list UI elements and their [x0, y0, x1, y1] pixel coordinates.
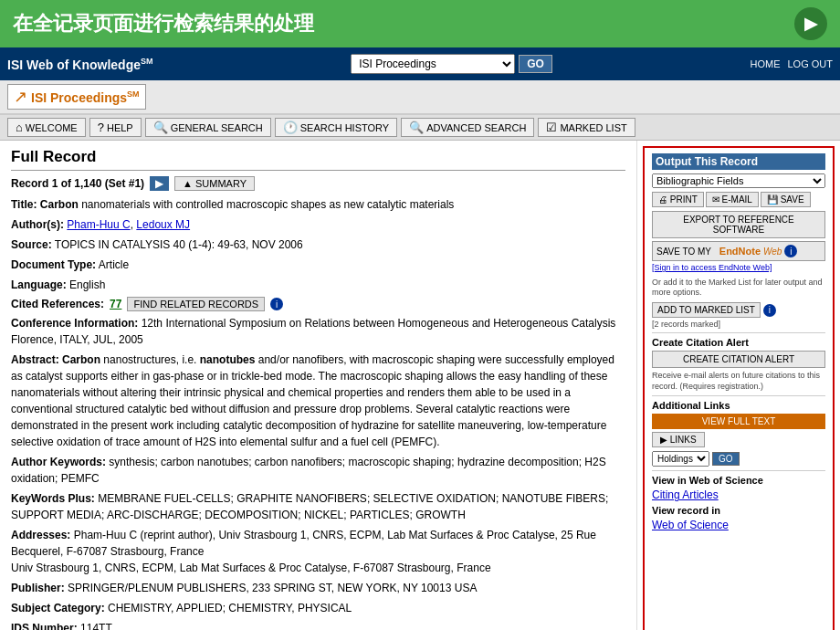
addresses-field: Addresses: Pham-Huu C (reprint author), … [11, 527, 625, 576]
save-button[interactable]: 💾 SAVE [761, 192, 811, 207]
full-record-heading: Full Record [11, 148, 625, 171]
welcome-icon: ⌂ [16, 121, 23, 134]
view-full-text-button[interactable]: VIEW FULL TEXT [652, 414, 825, 429]
header-right-links: HOME LOG OUT [750, 58, 833, 69]
nav-marked-list[interactable]: ☑ MARKED LIST [538, 118, 635, 137]
keywords-plus-field: KeyWords Plus: MEMBRANE FUEL-CELLS; GRAP… [11, 490, 625, 523]
holdings-select[interactable]: Holdings [652, 451, 709, 467]
right-panel: Output This Record Bibliographic Fields … [643, 146, 835, 630]
additional-links-section: Additional Links VIEW FULL TEXT ▶ LINKS … [652, 395, 825, 467]
cited-info-icon[interactable]: i [270, 298, 283, 310]
view-wos-section: View in Web of Science Citing Articles [652, 470, 825, 501]
content-area: Full Record Record 1 of 1,140 (Set #1) ▶… [0, 141, 840, 630]
endnote-signin-link: [Sign in to access EndNote Web] [652, 263, 825, 274]
authors-field: Author(s): Pham-Huu C, Ledoux MJ [11, 216, 625, 233]
advanced-search-icon: 🔍 [409, 121, 424, 134]
export-reference-button[interactable]: EXPORT TO REFERENCE SOFTWARE [652, 211, 825, 238]
source-field: Source: TOPICS IN CATALYSIS 40 (1-4): 49… [11, 236, 625, 253]
citation-alert-title: Create Citation Alert [652, 337, 825, 348]
add-marked-info-icon[interactable]: i [763, 304, 776, 317]
logout-link[interactable]: LOG OUT [787, 58, 833, 69]
create-citation-alert-button[interactable]: CREATE CITATION ALERT [652, 351, 825, 368]
endnote-info-icon[interactable]: i [784, 245, 797, 257]
citation-alert-desc: Receive e-mail alerts on future citation… [652, 371, 825, 392]
conf-info-field: Conference Information: 12th Internation… [11, 315, 625, 348]
citing-articles-link[interactable]: Citing Articles [652, 488, 719, 501]
author-link-2[interactable]: Ledoux MJ [136, 218, 190, 231]
record-next-button-top[interactable]: ▶ [150, 176, 169, 191]
print-button[interactable]: 🖨 PRINT [652, 192, 704, 207]
add-to-marked-list-button[interactable]: ADD TO MARKED LIST [652, 302, 761, 318]
help-icon: ? [98, 121, 104, 134]
web-of-science-link[interactable]: Web of Science [652, 519, 729, 531]
author-link-1[interactable]: Pham-Huu C [67, 218, 130, 231]
summary-button-top[interactable]: ▲ SUMMARY [174, 176, 255, 191]
print-email-save-row: 🖨 PRINT ✉ E-MAIL 💾 SAVE [652, 192, 825, 207]
nav-general-search[interactable]: 🔍 GENERAL SEARCH [145, 118, 271, 137]
output-type-select[interactable]: Bibliographic Fields Full Record Author … [652, 173, 825, 188]
additional-links-title: Additional Links [652, 400, 825, 411]
author-keywords-field: Author Keywords: synthesis; carbon nanot… [11, 454, 625, 487]
go-button[interactable]: GO [519, 55, 552, 73]
isi-arrow-icon: ↗ [14, 87, 27, 107]
top-banner-text: 在全记录页面进行检索结果的处理 [13, 10, 314, 37]
nav-advanced-search[interactable]: 🔍 ADVANCED SEARCH [401, 118, 534, 137]
header-bar: ISI Web of KnowledgeSM ISI Proceedings G… [0, 47, 840, 80]
ids-number-field: IDS Number: 114TT [11, 620, 625, 630]
add-marked-row: ADD TO MARKED LIST i [652, 302, 825, 318]
nav-help[interactable]: ? HELP [89, 118, 142, 137]
records-marked-count: [2 records marked] [652, 320, 825, 329]
save-endnote-button[interactable]: SAVE TO MY EndNoteWeb i [652, 241, 825, 261]
general-search-icon: 🔍 [153, 121, 168, 134]
top-banner-icon: ▶ [794, 7, 827, 40]
isi-title: ISI ProceedingsSM [31, 89, 140, 105]
home-link[interactable]: HOME [750, 58, 780, 69]
links-button[interactable]: ▶ LINKS [652, 432, 705, 447]
record-nav-top: Record 1 of 1,140 (Set #1) ▶ ▲ SUMMARY [11, 176, 625, 191]
output-record-title: Output This Record [652, 153, 825, 170]
view-wos-title: View in Web of Science [652, 475, 825, 486]
endnote-logo: EndNote [719, 246, 761, 257]
marked-list-icon: ☑ [546, 121, 557, 134]
subject-category-field: Subject Category: CHEMISTRY, APPLIED; CH… [11, 600, 625, 616]
view-record-in-section: View record in Web of Science [652, 505, 825, 531]
add-to-marked-desc: Or add it to the Marked List for later o… [652, 278, 825, 299]
language-field: Language: English [11, 277, 625, 293]
nav-welcome[interactable]: ⌂ WELCOME [7, 118, 86, 137]
citation-alert-section: Create Citation Alert CREATE CITATION AL… [652, 332, 825, 392]
app-logo: ISI Web of KnowledgeSM [7, 57, 152, 72]
nav-search-history[interactable]: 🕐 SEARCH HISTORY [275, 118, 397, 137]
database-select[interactable]: ISI Proceedings [351, 54, 515, 74]
cited-refs-row: Cited References: 77 FIND RELATED RECORD… [11, 297, 625, 311]
top-banner: 在全记录页面进行检索结果的处理 ▶ [0, 0, 840, 47]
search-history-icon: 🕐 [283, 121, 298, 134]
email-button[interactable]: ✉ E-MAIL [706, 192, 759, 207]
main-content: Full Record Record 1 of 1,140 (Set #1) ▶… [0, 141, 637, 630]
cited-refs-link[interactable]: 77 [110, 298, 121, 310]
record-nav-text-top: Record 1 of 1,140 (Set #1) [11, 177, 144, 190]
isi-logo-box: ↗ ISI ProceedingsSM [7, 84, 146, 110]
abstract-field: Abstract: Carbon nanostructures, i.e. na… [11, 352, 625, 450]
navigation-bar: ⌂ WELCOME ? HELP 🔍 GENERAL SEARCH 🕐 SEAR… [0, 115, 840, 141]
title-field: Title: Carbon nanomaterials with control… [11, 196, 625, 213]
holdings-go-button[interactable]: GO [712, 452, 740, 466]
holdings-row: Holdings GO [652, 451, 825, 467]
doc-type-field: Document Type: Article [11, 257, 625, 273]
header-search-area: ISI Proceedings GO [351, 54, 552, 74]
isi-proceedings-bar: ↗ ISI ProceedingsSM [0, 80, 840, 115]
find-related-button[interactable]: FIND RELATED RECORDS [127, 297, 265, 311]
view-record-in-title: View record in [652, 505, 825, 516]
publisher-field: Publisher: SPRINGER/PLENUM PUBLISHERS, 2… [11, 580, 625, 596]
